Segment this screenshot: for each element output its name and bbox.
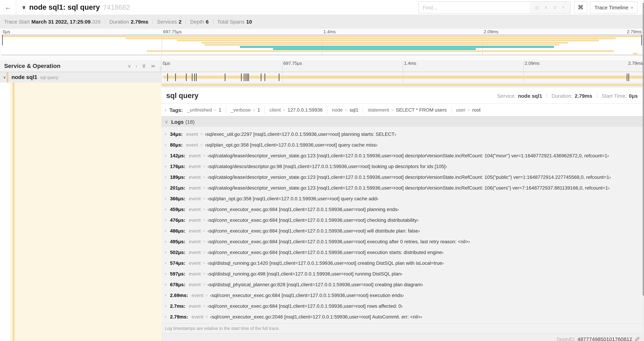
log-field-name: event xyxy=(189,260,201,266)
service-label: Service: xyxy=(497,93,516,99)
log-field-name: event xyxy=(189,185,201,190)
chevron-right-icon: › xyxy=(165,174,170,180)
chevron-right-icon: › xyxy=(165,164,170,169)
log-row[interactable]: ›574μs:event=‹sql/distsql_running.go:142… xyxy=(161,257,642,268)
chevron-right-icon: › xyxy=(165,271,170,276)
log-timestamp: 486μs: xyxy=(170,228,186,233)
span-expander-chevron-down-icon[interactable]: ∨ xyxy=(3,75,6,80)
log-row[interactable]: ›201μs:event=‹sql/catalog/lease/descript… xyxy=(161,182,642,193)
log-row[interactable]: ›2.79ms:event=‹sql/conn_executor_exec.go… xyxy=(161,311,642,322)
log-message: ‹sql/conn_executor_exec.go:684 [nsql1,cl… xyxy=(210,292,404,298)
find-next-icon[interactable]: ∨ xyxy=(553,5,557,10)
log-timestamp: 2.69ms: xyxy=(170,292,188,298)
tag-item[interactable]: node=sql1 xyxy=(332,107,358,113)
tag-item[interactable]: user=root xyxy=(456,107,480,113)
minimap-tick: 0μs xyxy=(3,29,10,34)
logs-header[interactable]: ∨ Logs (18) xyxy=(161,116,642,127)
equals-sign: = xyxy=(345,107,348,112)
log-marker xyxy=(186,74,186,81)
depth-value: 6 xyxy=(206,19,209,25)
log-row[interactable]: ›2.69ms:event=‹sql/conn_executor_exec.go… xyxy=(161,290,642,300)
trace-id: 7418682 xyxy=(103,3,130,11)
log-field-name: event xyxy=(186,142,198,147)
chevron-right-icon: › xyxy=(165,239,170,244)
log-row[interactable]: ›459μs:event=‹sql/conn_executor_exec.go:… xyxy=(161,204,642,214)
span-bar[interactable] xyxy=(163,76,642,79)
minimap-tick: 2.79ms xyxy=(627,29,642,34)
trace-start-value: March 31 2022, 17:25:09 xyxy=(31,19,90,25)
back-button[interactable]: ← xyxy=(0,0,16,15)
tag-separator xyxy=(265,106,265,114)
divider xyxy=(213,19,213,24)
expand-one-level-icon[interactable]: › xyxy=(136,64,137,68)
collapse-all-icon[interactable]: ∨ xyxy=(128,64,131,68)
depth-label: Depth xyxy=(190,19,204,25)
detail-header-meta: Service: node sql1 Duration: 2.79ms Star… xyxy=(497,93,638,99)
chevron-right-icon: › xyxy=(165,282,170,287)
chevron-right-icon: › xyxy=(165,303,170,308)
log-row[interactable]: ›678μs:event=‹sql/distsql_physical_plann… xyxy=(161,279,642,290)
log-field-name: event xyxy=(189,206,201,212)
tag-item[interactable]: statement=SELECT * FROM users xyxy=(368,107,447,113)
locate-icon[interactable]: ◎ xyxy=(535,5,539,10)
log-row[interactable]: ›366μs:event=‹sql/plan_opt.go:358 [nsql1… xyxy=(161,193,642,204)
double-chevron-right-icon[interactable]: ≫ xyxy=(151,64,156,68)
equals-sign: = xyxy=(468,107,470,112)
find-input[interactable] xyxy=(418,2,530,13)
find-clear-icon[interactable]: × xyxy=(562,5,565,10)
tag-key: user xyxy=(456,107,465,113)
log-row[interactable]: ›486μs:event=‹sql/conn_executor_exec.go:… xyxy=(161,225,642,236)
log-row[interactable]: ›476μs:event=‹sql/conn_executor_exec.go:… xyxy=(161,214,642,225)
chevron-right-icon: › xyxy=(165,217,170,222)
equals-sign: = xyxy=(203,164,205,169)
log-row[interactable]: ›597μs:event=‹sql/distsql_running.go:498… xyxy=(161,268,642,279)
log-row[interactable]: ›502μs:event=‹sql/conn_executor_exec.go:… xyxy=(161,247,642,257)
tag-item[interactable]: _verbose=1 xyxy=(231,107,260,113)
scrollbar-thumb[interactable] xyxy=(642,3,644,296)
scrollbar-track[interactable] xyxy=(642,0,644,341)
trace-title: ∨ node sql1: sql query 7418682 xyxy=(22,3,130,12)
service-operation-title: Service & Operation xyxy=(4,63,60,70)
equals-sign: = xyxy=(203,185,205,190)
tag-item[interactable]: _unfinished=1 xyxy=(187,107,222,113)
timeline-minimap: 0μs 697.75μs 1.4ms 2.09ms 2.79ms xyxy=(0,29,644,55)
equals-sign: = xyxy=(206,314,208,319)
log-row[interactable]: ›495μs:event=‹sql/conn_executor_exec.go:… xyxy=(161,236,642,247)
divider xyxy=(105,19,105,24)
equals-sign: = xyxy=(253,107,255,112)
find-prev-icon[interactable]: ∧ xyxy=(544,5,548,10)
equals-sign: = xyxy=(203,271,205,276)
equals-sign: = xyxy=(214,107,216,112)
logs-label: Logs xyxy=(171,119,184,125)
tags-accordion[interactable]: › Tags: _unfinished=1_verbose=1client=12… xyxy=(161,104,642,116)
detail-gutter-highlight xyxy=(10,83,161,341)
expand-collapse-controls: ∨ › ≫ ≫ xyxy=(128,64,156,68)
view-dropdown-label: Trace Timeline xyxy=(594,4,628,10)
trace-collapse-icon[interactable]: ∨ xyxy=(22,4,26,11)
equals-sign: = xyxy=(203,228,205,233)
log-row[interactable]: ›80μs:event=‹sql/plan_opt.go:358 [nsql1,… xyxy=(161,139,642,150)
tag-item[interactable]: client=127.0.0.1:59936 xyxy=(270,107,323,113)
log-row[interactable]: ›2.7ms:event=‹sql/conn_executor_exec.go:… xyxy=(161,300,642,311)
log-row[interactable]: ›142μs:event=‹sql/catalog/lease/descript… xyxy=(161,150,642,161)
span-row-track[interactable] xyxy=(161,72,644,83)
log-row[interactable]: ›176μs:event=‹sql/catalog/descs/descript… xyxy=(161,161,642,172)
deep-link-icon[interactable] xyxy=(635,336,640,341)
view-dropdown-button[interactable]: Trace Timeline ∨ xyxy=(590,1,638,13)
detail-accent-strip xyxy=(161,84,644,86)
log-row[interactable]: ›189μs:event=‹sql/catalog/lease/descript… xyxy=(161,172,642,182)
minimap-canvas[interactable] xyxy=(2,35,642,55)
double-chevron-down-icon[interactable]: ≫ xyxy=(142,64,146,68)
keyboard-shortcuts-button[interactable]: ⌘ xyxy=(574,1,587,13)
duration-label: Duration xyxy=(110,19,129,25)
span-row-name-cell[interactable]: ∨ node sql1 sql query xyxy=(0,72,161,83)
scrubber-right-handle[interactable] xyxy=(641,35,642,45)
span-detail-row: sql query Service: node sql1 Duration: 2… xyxy=(0,83,644,341)
log-row[interactable]: ›34μs:event=‹sql/exec_util.go:2297 [nsql… xyxy=(161,129,642,139)
log-marker xyxy=(192,74,192,81)
timeline-gridline xyxy=(523,60,524,72)
tag-key: _unfinished xyxy=(187,107,212,113)
ruler-tick: 1.4ms xyxy=(404,61,416,66)
log-message: ‹sql/catalog/descs/descriptor.go:98 [nsq… xyxy=(208,163,447,169)
log-marker xyxy=(196,74,197,81)
